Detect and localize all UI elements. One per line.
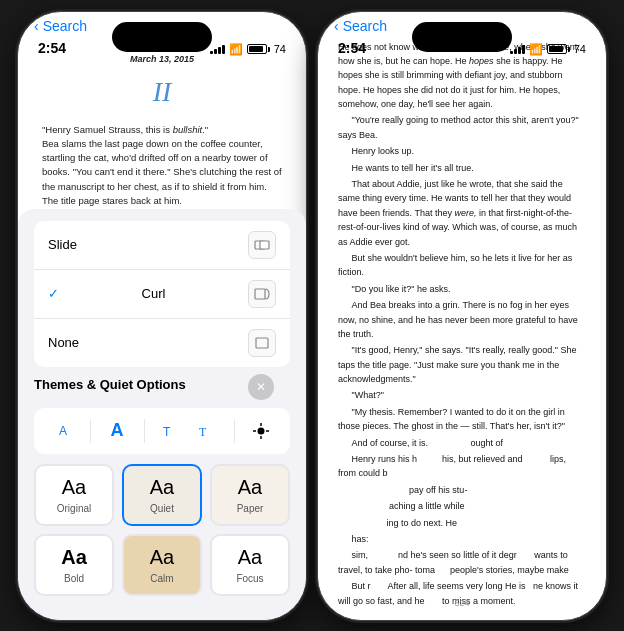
status-time-left: 2:54 [38,40,66,56]
scroll-option-slide[interactable]: Slide [34,221,290,270]
wifi-icon: 📶 [229,43,243,56]
curl-label: Curl [142,286,166,301]
theme-paper-label: Paper [237,503,264,514]
right-p12: And of course, it is. ought of [338,436,586,450]
font-divider-2 [144,419,145,443]
font-type-icon[interactable]: T [156,416,186,446]
right-p9: "It's good, Henry," she says. "It's real… [338,343,586,386]
left-phone: 2:54 📶 74 ‹ [17,11,307,621]
theme-calm-label: Calm [150,573,173,584]
right-p14: pay off his stu- [338,483,586,497]
right-p16: ing to do next. He [338,516,586,530]
signal-icon-right [510,44,525,54]
theme-focus[interactable]: Aa Focus [210,534,290,596]
right-p15: aching a little while [338,499,586,513]
theme-original[interactable]: Aa Original [34,464,114,526]
theme-bold-sample: Aa [61,546,87,569]
signal-icon [210,44,225,54]
battery-icon [247,44,270,54]
font-divider-1 [90,419,91,443]
svg-rect-3 [256,338,268,348]
theme-quiet-label: Quiet [150,503,174,514]
right-p4: He wants to tell her it's all true. [338,161,586,175]
theme-focus-sample: Aa [238,546,262,569]
right-p5: That about Addie, just like he wrote, th… [338,177,586,249]
slide-label: Slide [48,237,77,252]
font-divider-3 [234,419,235,443]
status-icons-right: 📶 74 [510,43,586,56]
wifi-icon-right: 📶 [529,43,543,56]
right-p10: "What?" [338,388,586,402]
battery-pct-right: 74 [574,43,586,55]
font-small-btn[interactable]: A [48,416,78,446]
theme-bold-label: Bold [64,573,84,584]
svg-rect-1 [260,241,269,249]
book-body-right: He does not know what happened to Addie,… [318,40,606,608]
themes-header: Themes & Quiet Options ✕ [34,377,290,398]
svg-rect-2 [255,289,265,299]
right-p2: "You're really going to method actor thi… [338,113,586,142]
scroll-option-curl[interactable]: ✓ Curl [34,270,290,319]
theme-original-sample: Aa [62,476,86,499]
chapter-number: II [42,71,282,113]
svg-text:T: T [163,425,171,439]
right-p3: Henry looks up. [338,144,586,158]
right-p18: sim, nd he's seen so little of it degr w… [338,548,586,577]
font-large-btn[interactable]: A [102,416,132,446]
theme-calm[interactable]: Aa Calm [122,534,202,596]
theme-quiet-sample: Aa [150,476,174,499]
dynamic-island-right [412,22,512,52]
theme-focus-label: Focus [236,573,263,584]
font-serif-icon[interactable]: T [192,416,222,446]
theme-paper[interactable]: Aa Paper [210,464,290,526]
theme-paper-sample: Aa [238,476,262,499]
themes-row-2: Aa Bold Aa Calm Aa Focus [34,534,290,596]
right-p11: "My thesis. Remember? I wanted to do it … [338,405,586,434]
scroll-option-none[interactable]: None [34,319,290,367]
book-para-2: Bea slams the last page down on the coff… [42,137,282,208]
curl-icon [248,280,276,308]
check-icon: ✓ [48,286,59,301]
book-para-1: "Henry Samuel Strauss, this is bullshit.… [42,123,282,137]
close-button[interactable]: ✕ [248,374,274,400]
theme-calm-sample: Aa [150,546,174,569]
page-number: 524 [318,594,606,612]
none-icon [248,329,276,357]
right-content: ‹ Search He does not know what happened … [318,12,606,608]
svg-text:T: T [199,425,207,439]
theme-quiet[interactable]: Aa Quiet [122,464,202,526]
theme-bold[interactable]: Aa Bold [34,534,114,596]
right-p17: has: [338,532,586,546]
font-icons: T T [156,416,222,446]
none-label: None [48,335,79,350]
font-controls: A A T T [34,408,290,454]
right-p6: But she wouldn't believe him, so he lets… [338,251,586,280]
overlay-panel: Slide ✓ Curl [18,209,306,620]
left-content: ‹ Search Brooklyn, New York March 13, 20… [18,12,306,351]
right-p8: And Bea breaks into a grin. There is no … [338,298,586,341]
svg-point-6 [258,427,265,434]
slide-icon [248,231,276,259]
status-icons-left: 📶 74 [210,43,286,56]
themes-row-1: Aa Original Aa Quiet Aa Paper [34,464,290,526]
status-time-right: 2:54 [338,40,366,56]
right-p13: Henry runs his h his, but relieved and l… [338,452,586,481]
brightness-icon[interactable] [246,416,276,446]
themes-label: Themes & Quiet Options [34,377,186,392]
battery-icon-right [547,44,570,54]
scroll-type-options: Slide ✓ Curl [34,221,290,367]
right-phone: 2:54 📶 74 ‹ [317,11,607,621]
right-p7: "Do you like it?" he asks. [338,282,586,296]
battery-pct: 74 [274,43,286,55]
theme-original-label: Original [57,503,91,514]
dynamic-island [112,22,212,52]
